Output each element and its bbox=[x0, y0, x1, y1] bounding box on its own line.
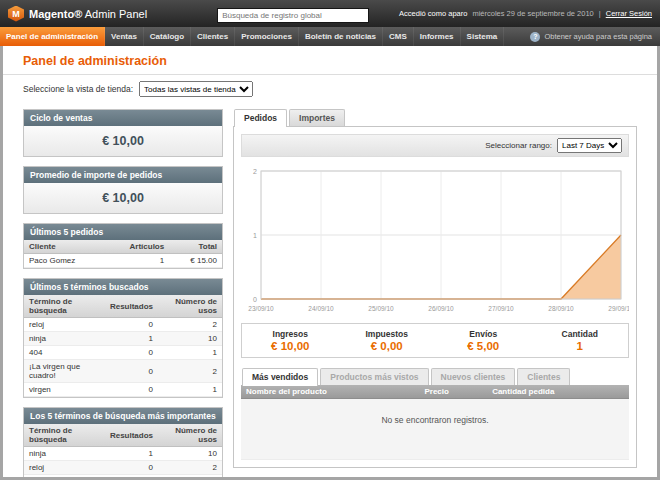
table-cell: reloj bbox=[24, 461, 105, 475]
column-header: Término de búsqueda bbox=[24, 424, 105, 447]
table-row[interactable]: reloj 0 2 bbox=[24, 461, 222, 475]
table-row[interactable]: Paco Gomez 1 € 15.00 bbox=[24, 254, 222, 268]
column-header: Nombre del producto bbox=[241, 385, 419, 399]
nav-item-sistema[interactable]: Sistema bbox=[461, 27, 505, 46]
table-cell: 1 bbox=[105, 447, 158, 461]
tab-clientes[interactable]: Clientes bbox=[517, 368, 570, 385]
nav-item-ventas[interactable]: Ventas bbox=[105, 27, 144, 46]
column-header: Cantidad pedida bbox=[487, 385, 629, 399]
help-link[interactable]: ? Obtener ayuda para esta página bbox=[522, 27, 660, 46]
global-search-input[interactable] bbox=[217, 8, 369, 23]
tab-nuevos-clientes[interactable]: Nuevos clientes bbox=[431, 368, 516, 385]
nav-item-cms[interactable]: CMS bbox=[383, 27, 414, 46]
tab-importes[interactable]: Importes bbox=[289, 109, 345, 126]
table-row[interactable]: ¡La virgen que cuadro! 0 2 bbox=[24, 360, 222, 383]
nav-item-boletin[interactable]: Boletín de noticias bbox=[299, 27, 383, 46]
dashboard-right-column: Pedidos Importes Seleccionar rango: Last… bbox=[233, 109, 637, 480]
svg-text:23/09/10: 23/09/10 bbox=[248, 305, 274, 312]
table-cell: 10 bbox=[158, 447, 222, 461]
table-row[interactable]: ninja 1 10 bbox=[24, 447, 222, 461]
average-orders-value: € 10,00 bbox=[24, 183, 222, 213]
chart-wrap: 01223/09/1024/09/1025/09/1026/09/1027/09… bbox=[241, 163, 629, 315]
last-search-terms-panel: Últimos 5 términos buscados Término de b… bbox=[23, 278, 223, 398]
empty-message: No se encontraron registros. bbox=[241, 399, 629, 460]
main-nav: Panel de administración Ventas Catálogo … bbox=[0, 27, 660, 46]
column-header: Cliente bbox=[24, 240, 105, 254]
page-title: Panel de administración bbox=[3, 46, 657, 74]
stat-value: € 0,00 bbox=[339, 340, 436, 352]
session-info: Accedió como aparo miércoles 29 de septi… bbox=[399, 9, 652, 18]
table-cell: 2 bbox=[158, 318, 222, 332]
content-frame: Panel de administración Seleccione la vi… bbox=[0, 46, 660, 480]
logout-link[interactable]: Cerrar Sesión bbox=[606, 9, 652, 18]
dashboard: Ciclo de ventas € 10,00 Promedio de impo… bbox=[3, 103, 657, 480]
store-view-label: Seleccione la vista de tienda: bbox=[23, 84, 133, 94]
orders-chart: 01223/09/1024/09/1025/09/1026/09/1027/09… bbox=[241, 163, 629, 315]
top-search-terms-table: Término de búsqueda Resultados Número de… bbox=[24, 424, 222, 480]
stat-envios: Envíos € 5,00 bbox=[435, 329, 532, 352]
stat-label: Cantidad bbox=[532, 329, 629, 339]
nav-item-promociones[interactable]: Promociones bbox=[235, 27, 299, 46]
range-label: Seleccionar rango: bbox=[485, 141, 552, 150]
help-icon: ? bbox=[530, 32, 540, 42]
table-cell: reloj bbox=[24, 318, 105, 332]
table-row[interactable]: reloj 0 2 bbox=[24, 318, 222, 332]
store-view-row: Seleccione la vista de tienda: Todas las… bbox=[3, 75, 657, 103]
tab-mas-vendidos[interactable]: Más vendidos bbox=[242, 368, 318, 386]
table-cell: ¡La virgen que cuadro! bbox=[24, 475, 105, 480]
panel-title: Últimos 5 términos buscados bbox=[24, 279, 222, 295]
range-select[interactable]: Last 7 Days bbox=[557, 138, 622, 153]
stat-label: Envíos bbox=[435, 329, 532, 339]
column-header: Término de búsqueda bbox=[24, 295, 105, 318]
table-cell: 2 bbox=[158, 360, 222, 383]
column-header: Resultados bbox=[105, 424, 158, 447]
column-header: Número de usos bbox=[158, 295, 222, 318]
stat-label: Impuestos bbox=[339, 329, 436, 339]
panel-title: Promedio de importe de pedidos bbox=[24, 167, 222, 183]
orders-tab-content: Seleccionar rango: Last 7 Days 01223/09/… bbox=[233, 126, 637, 468]
table-cell: 10 bbox=[158, 332, 222, 346]
last-orders-table: Cliente Artículos Total Paco Gomez 1 € 1… bbox=[24, 240, 222, 268]
table-cell: 1 bbox=[105, 332, 158, 346]
average-orders-panel: Promedio de importe de pedidos € 10,00 bbox=[23, 166, 223, 214]
svg-text:25/09/10: 25/09/10 bbox=[368, 305, 394, 312]
store-view-select[interactable]: Todas las vistas de tienda bbox=[139, 81, 253, 97]
table-cell: 0 bbox=[105, 475, 158, 480]
table-cell: 1 bbox=[158, 383, 222, 397]
dashboard-left-column: Ciclo de ventas € 10,00 Promedio de impo… bbox=[23, 109, 223, 480]
stat-value: € 10,00 bbox=[242, 340, 339, 352]
table-cell: 404 bbox=[24, 346, 105, 360]
column-header: Resultados bbox=[105, 295, 158, 318]
table-row[interactable]: virgen 0 1 bbox=[24, 383, 222, 397]
table-cell: ninja bbox=[24, 332, 105, 346]
logged-in-as: Accedió como aparo bbox=[399, 9, 467, 18]
table-cell: 0 bbox=[105, 360, 158, 383]
table-cell: ¡La virgen que cuadro! bbox=[24, 360, 105, 383]
tab-productos-mas-vistos[interactable]: Productos más vistos bbox=[320, 368, 428, 385]
stat-cantidad: Cantidad 1 bbox=[532, 329, 629, 352]
table-row[interactable]: ninja 1 10 bbox=[24, 332, 222, 346]
magento-logo-icon: M bbox=[8, 6, 24, 22]
table-row[interactable]: 404 0 1 bbox=[24, 346, 222, 360]
column-header: Artículos bbox=[105, 240, 169, 254]
table-cell: 1 bbox=[158, 346, 222, 360]
panel-title: Los 5 términos de búsqueda más important… bbox=[24, 408, 222, 424]
table-cell: 2 bbox=[158, 475, 222, 480]
totals-row: Ingresos € 10,00 Impuestos € 0,00 Envíos… bbox=[241, 323, 629, 358]
lifetime-sales-value: € 10,00 bbox=[24, 126, 222, 156]
nav-item-dashboard[interactable]: Panel de administración bbox=[0, 27, 105, 46]
nav-item-clientes[interactable]: Clientes bbox=[191, 27, 235, 46]
table-row[interactable]: ¡La virgen que cuadro! 0 2 bbox=[24, 475, 222, 480]
stat-ingresos: Ingresos € 10,00 bbox=[242, 329, 339, 352]
nav-item-informes[interactable]: Informes bbox=[414, 27, 461, 46]
panel-title: Últimos 5 pedidos bbox=[24, 224, 222, 240]
last-search-terms-table: Término de búsqueda Resultados Número de… bbox=[24, 295, 222, 397]
nav-item-catalogo[interactable]: Catálogo bbox=[144, 27, 191, 46]
svg-text:26/09/10: 26/09/10 bbox=[428, 305, 454, 312]
table-cell: 0 bbox=[105, 461, 158, 475]
table-cell: virgen bbox=[24, 383, 105, 397]
svg-text:2: 2 bbox=[253, 168, 257, 175]
help-label: Obtener ayuda para esta página bbox=[544, 32, 652, 41]
table-cell: 0 bbox=[105, 346, 158, 360]
tab-pedidos[interactable]: Pedidos bbox=[234, 109, 287, 127]
